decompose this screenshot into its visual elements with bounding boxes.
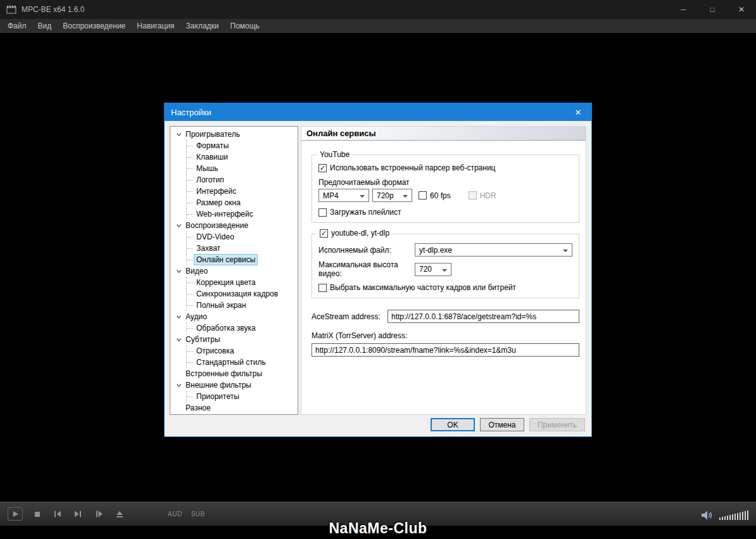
tree-item-label: Стандартный стиль: [194, 357, 268, 367]
checkbox-unchecked-icon: [318, 208, 327, 217]
tree-item[interactable]: Синхронизация кадров: [170, 288, 298, 300]
tree-item[interactable]: Субтитры: [170, 334, 298, 345]
tree-item-label: Интерфейс: [194, 186, 238, 196]
settings-tree: ПроигрывательФорматыКлавишиМышьЛоготипИн…: [170, 126, 298, 415]
tree-item[interactable]: Онлайн сервисы: [170, 254, 298, 265]
audio-track-button[interactable]: AUD: [168, 510, 182, 517]
tree-item[interactable]: Размер окна: [170, 197, 298, 208]
tree-item[interactable]: Обработка звука: [170, 322, 298, 334]
tree-item-label: Онлайн сервисы: [194, 255, 257, 265]
acestream-label: AceStream address:: [312, 312, 387, 321]
app-logo-icon: [6, 5, 16, 14]
checkbox-checked-icon: ✓: [318, 164, 327, 172]
play-icon: [12, 510, 19, 517]
tree-item[interactable]: DVD-Video: [170, 231, 298, 243]
tree-item-label: DVD-Video: [194, 232, 236, 242]
app-window: MPC-BE x64 1.6.0 ─ □ ✕ Файл Вид Воспроиз…: [0, 0, 756, 539]
resolution-value: 720p: [377, 191, 394, 200]
subtitle-track-button[interactable]: SUB: [191, 510, 205, 517]
tree-item-label: Внешние фильтры: [184, 380, 253, 390]
chevron-expanded-icon[interactable]: [173, 220, 184, 231]
dialog-title: Настройки: [171, 108, 211, 117]
chevron-spacer: [173, 403, 184, 413]
volume-bar: [734, 514, 736, 520]
tree-item[interactable]: Мышь: [170, 163, 298, 174]
tree-item[interactable]: Приоритеты: [170, 391, 298, 402]
menu-playback[interactable]: Воспроизведение: [57, 20, 131, 32]
chevron-expanded-icon[interactable]: [173, 334, 184, 345]
eject-button[interactable]: [116, 510, 123, 518]
tree-item-label: Проигрыватель: [184, 129, 242, 139]
tree-item[interactable]: Проигрыватель: [170, 129, 298, 140]
exe-select[interactable]: yt-dlp.exe: [415, 243, 572, 257]
settings-dialog: Настройки ✕ ПроигрывательФорматыКлавишиМ…: [164, 103, 592, 437]
chevron-expanded-icon[interactable]: [173, 312, 184, 322]
tree-item[interactable]: Web-интерфейс: [170, 208, 298, 220]
tree-item[interactable]: Полный экран: [170, 300, 298, 311]
chevron-expanded-icon[interactable]: [173, 266, 184, 276]
volume-slider[interactable]: [719, 509, 748, 520]
tree-item[interactable]: Встроенные фильтры: [170, 368, 298, 379]
max-height-value: 720: [419, 265, 432, 274]
apply-button: Применить: [529, 418, 585, 431]
tree-item[interactable]: Разное: [170, 402, 298, 414]
tree-item-label: Приоритеты: [194, 391, 241, 402]
checkbox-disabled-icon: [469, 191, 477, 200]
resolution-select[interactable]: 720p: [372, 189, 412, 202]
previous-button[interactable]: [53, 510, 61, 517]
menu-view[interactable]: Вид: [32, 20, 58, 32]
matrix-input[interactable]: [312, 343, 579, 357]
tree-item-label: Обработка звука: [194, 323, 258, 333]
tree-item[interactable]: Логотип: [170, 174, 298, 186]
acestream-input[interactable]: [387, 310, 579, 323]
ok-button[interactable]: OK: [431, 418, 475, 431]
tree-item-label: Отрисовка: [194, 346, 236, 356]
format-select[interactable]: MP4: [318, 189, 369, 202]
track-indicators: AUD SUB: [168, 510, 205, 517]
exe-label: Исполняемый файл:: [318, 246, 415, 255]
tree-item[interactable]: Захват: [170, 243, 298, 254]
hdr-label: HDR: [480, 191, 496, 200]
tree-item[interactable]: Форматы: [170, 140, 298, 151]
speaker-icon[interactable]: [701, 510, 713, 520]
tree-item-label: Захват: [194, 243, 222, 253]
tree-item-label: Коррекция цвета: [194, 277, 258, 288]
matrix-label: MatriX (TorrServer) address:: [312, 331, 579, 340]
tree-item[interactable]: Внешние фильтры: [170, 379, 298, 391]
tree-item[interactable]: Видео: [170, 265, 298, 277]
chevron-expanded-icon[interactable]: [173, 129, 184, 139]
window-controls: ─ □ ✕: [669, 0, 756, 19]
tree-item[interactable]: Интерфейс: [170, 186, 298, 197]
menu-file[interactable]: Файл: [2, 20, 32, 32]
tree-item[interactable]: Стандартный стиль: [170, 357, 298, 368]
tree-item[interactable]: Клавиши: [170, 151, 298, 163]
close-button[interactable]: ✕: [727, 0, 756, 19]
max-height-select[interactable]: 720: [415, 263, 451, 276]
tree-item[interactable]: Отрисовка: [170, 345, 298, 357]
fps-checkbox[interactable]: 60 fps: [419, 191, 451, 200]
bitrate-checkbox[interactable]: Выбрать максимальную частоту кадров или …: [318, 283, 572, 292]
menu-bookmarks[interactable]: Закладки: [180, 20, 225, 32]
cancel-button[interactable]: Отмена: [480, 418, 524, 431]
web-parser-checkbox[interactable]: ✓ Использовать встроенный парсер веб-стр…: [318, 163, 572, 172]
minimize-button[interactable]: ─: [669, 0, 698, 19]
play-button[interactable]: [8, 507, 23, 521]
menu-help[interactable]: Помощь: [225, 20, 265, 32]
load-playlist-checkbox[interactable]: Загружать плейлист: [318, 208, 572, 217]
volume-bar: [747, 510, 748, 520]
max-height-label: Максимальная высота видео:: [318, 260, 415, 278]
volume-bar: [742, 512, 743, 520]
tree-item[interactable]: Аудио: [170, 311, 298, 322]
frame-step-button[interactable]: [95, 510, 103, 517]
menu-navigation[interactable]: Навигация: [131, 20, 180, 32]
dialog-close-button[interactable]: ✕: [565, 103, 591, 121]
ytdlp-checkbox[interactable]: ✓: [320, 229, 328, 238]
next-button[interactable]: [74, 510, 82, 517]
volume-bar: [724, 516, 726, 520]
maximize-button[interactable]: □: [698, 0, 727, 19]
stop-button[interactable]: [34, 511, 41, 517]
tree-item-label: Разное: [184, 403, 213, 413]
tree-item[interactable]: Воспроизведение: [170, 220, 298, 231]
chevron-expanded-icon[interactable]: [173, 380, 184, 390]
tree-item[interactable]: Коррекция цвета: [170, 277, 298, 288]
